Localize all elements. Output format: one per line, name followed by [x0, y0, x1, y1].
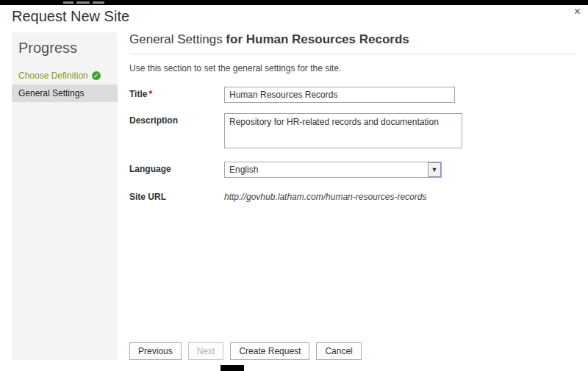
previous-button[interactable]: Previous [129, 342, 182, 360]
cancel-button[interactable]: Cancel [316, 342, 361, 360]
chrome-text-fragment [93, 1, 104, 4]
sidebar-step-choose-definition[interactable]: Choose Definition ✓ [12, 67, 118, 84]
create-request-button[interactable]: Create Request [230, 342, 309, 360]
description-label: Description [129, 113, 224, 126]
title-input[interactable] [224, 87, 455, 103]
language-select[interactable]: English ▼ [224, 162, 442, 178]
background-page-fragment [220, 365, 244, 371]
progress-sidebar: Progress Choose Definition ✓ General Set… [12, 32, 118, 360]
description-input[interactable]: Repository for HR-related records and do… [224, 113, 462, 148]
close-icon[interactable]: × [574, 6, 581, 18]
page-title-prefix: General Settings [129, 32, 226, 46]
chrome-text-fragment [63, 1, 74, 4]
site-url-label: Site URL [129, 190, 224, 202]
language-row: Language English ▼ [129, 162, 576, 178]
title-label: Title* [129, 87, 224, 99]
dialog-button-row: Previous Next Create Request Cancel [129, 342, 362, 360]
language-select-value: English [225, 162, 428, 177]
title-row: Title* [129, 87, 576, 103]
step-label: Choose Definition [18, 71, 88, 81]
dialog-title: Request New Site [12, 8, 129, 25]
page-title-site-name: for Human Resources Records [226, 32, 409, 46]
request-new-site-dialog: Request New Site × Progress Choose Defin… [0, 0, 588, 371]
chevron-down-icon: ▼ [428, 162, 441, 177]
general-settings-panel: General Settings for Human Resources Rec… [129, 32, 576, 212]
browser-chrome-bar [0, 0, 588, 5]
page-title: General Settings for Human Resources Rec… [129, 32, 576, 54]
required-asterisk: * [148, 89, 152, 99]
section-description: Use this section to set the general sett… [129, 63, 576, 73]
next-button: Next [188, 342, 224, 360]
chrome-text-fragment [76, 1, 90, 4]
sidebar-step-general-settings[interactable]: General Settings [12, 84, 118, 102]
language-label: Language [129, 162, 224, 174]
progress-heading: Progress [12, 32, 118, 67]
check-icon: ✓ [92, 71, 101, 80]
site-url-row: Site URL http://govhub.latham.com/human-… [129, 190, 576, 202]
site-url-value: http://govhub.latham.com/human-resources… [224, 190, 426, 202]
step-label: General Settings [18, 88, 84, 98]
description-row: Description Repository for HR-related re… [129, 113, 576, 148]
